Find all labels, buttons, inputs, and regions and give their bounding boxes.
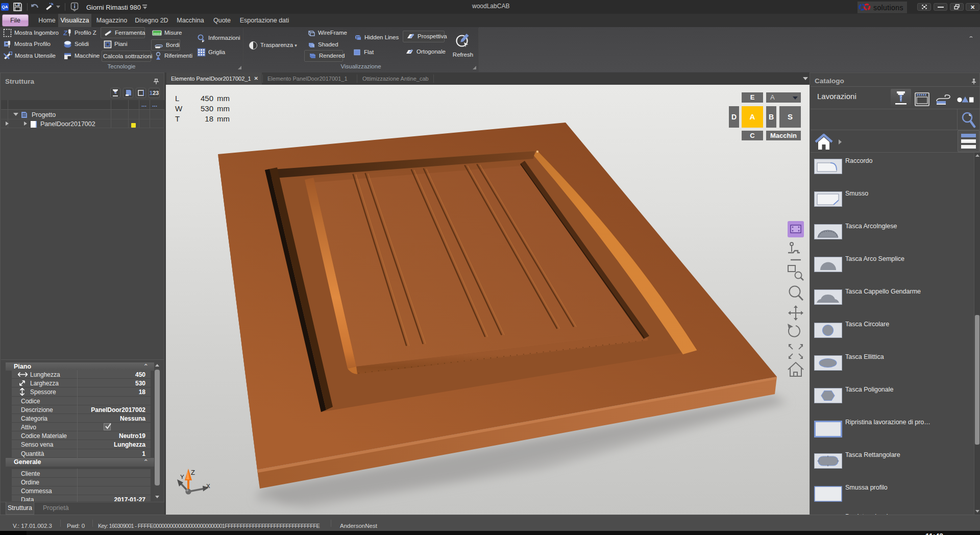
svg-text:Z: Z [191,469,195,476]
svg-text:Z: Z [63,29,68,37]
svg-text:X: X [206,483,210,489]
svg-text:Y: Y [180,474,184,480]
